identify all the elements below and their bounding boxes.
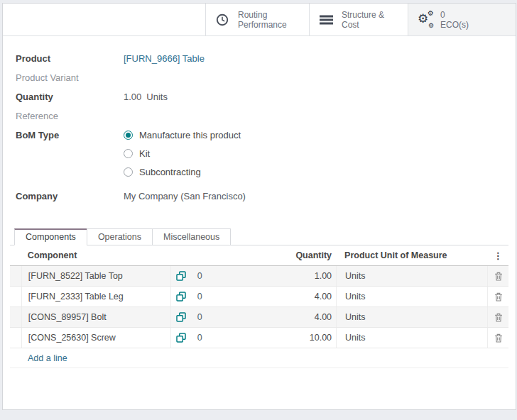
component-cell[interactable]: [FURN_2333] Table Leg (21, 287, 170, 306)
uom-cell[interactable]: Units (336, 328, 487, 348)
tab-components[interactable]: Components (14, 228, 87, 245)
quantity-cell[interactable]: 1.00 (258, 266, 336, 286)
company-value: My Company (San Francisco) (124, 191, 246, 201)
delete-row-icon[interactable] (487, 307, 508, 327)
field-row-quantity: Quantity 1.00Units (16, 92, 516, 105)
routing-performance-button[interactable]: Routing Performance (205, 4, 309, 35)
bom-form: Product [FURN_9666] Table Product Varian… (3, 36, 516, 204)
product-variant-label: Product Variant (16, 72, 124, 83)
stat-button-bar: Routing Performance Structure & Cost ⚙ ⚙ (3, 4, 516, 36)
product-label: Product (16, 53, 124, 64)
quantity-cell[interactable]: 10.00 (258, 328, 336, 348)
copy-icon[interactable] (170, 266, 192, 286)
row-handle[interactable] (10, 307, 21, 327)
quantity-cell[interactable]: 4.00 (258, 307, 336, 327)
bars-icon (320, 15, 335, 25)
table-header-row: Component Quantity Product Unit of Measu… (10, 245, 508, 266)
reference-label: Reference (16, 111, 124, 121)
table-row[interactable]: [FURN_2333] Table Leg 0 4.00 Units (10, 287, 508, 307)
company-label: Company (16, 191, 124, 201)
tab-operations[interactable]: Operations (87, 228, 153, 245)
bom-type-option-manufacture[interactable]: Manufacture this product (124, 130, 241, 140)
badge-count-cell[interactable]: 0 (192, 287, 258, 306)
add-a-line-link[interactable]: Add a line (28, 353, 67, 363)
component-cell[interactable]: [CONS_89957] Bolt (21, 307, 170, 327)
radio-unchecked-icon[interactable] (124, 149, 133, 158)
bom-form-sheet: Routing Performance Structure & Cost ⚙ ⚙ (2, 3, 516, 410)
table-row[interactable]: [CONS_25630] Screw 0 10.00 Units (10, 328, 508, 348)
badge-count-cell[interactable]: 0 (192, 307, 258, 327)
copy-icon[interactable] (170, 287, 192, 306)
uom-cell[interactable]: Units (336, 307, 487, 327)
stat-label-line: Structure & (342, 10, 384, 20)
quantity-unit: Units (146, 92, 168, 102)
quantity-label: Quantity (16, 92, 124, 102)
header-uom[interactable]: Product Unit of Measure (336, 245, 487, 265)
clock-icon (216, 13, 232, 26)
row-handle[interactable] (10, 266, 21, 286)
product-link[interactable]: [FURN_9666] Table (124, 53, 205, 64)
table-row[interactable]: [FURN_8522] Table Top 0 1.00 Units (10, 266, 508, 287)
header-component[interactable]: Component (21, 245, 170, 265)
eco-count-button[interactable]: ⚙ ⚙ ⚙ 0 ECO(s) (408, 4, 516, 35)
uom-cell[interactable]: Units (336, 266, 487, 286)
badge-count-cell[interactable]: 0 (192, 266, 258, 286)
field-row-bom-type: BoM Type Manufacture this product Kit Su… (16, 130, 516, 185)
component-cell[interactable]: [FURN_8522] Table Top (21, 266, 170, 286)
radio-label: Manufacture this product (139, 130, 241, 140)
delete-row-icon[interactable] (487, 328, 508, 348)
field-row-product: Product [FURN_9666] Table (16, 53, 516, 67)
tab-miscellaneous[interactable]: Miscellaneous (152, 228, 231, 245)
radio-checked-icon[interactable] (124, 131, 133, 140)
component-cell[interactable]: [CONS_25630] Screw (21, 328, 170, 348)
copy-icon[interactable] (170, 307, 192, 327)
quantity-value: 1.00 (124, 92, 141, 102)
gears-icon: ⚙ ⚙ ⚙ (418, 11, 434, 29)
eco-count-value: 0 (440, 10, 469, 20)
stat-label-line: Performance (238, 20, 287, 30)
field-row-company: Company My Company (San Francisco) (16, 191, 516, 204)
header-quantity[interactable]: Quantity (258, 245, 336, 265)
column-options-icon[interactable]: ⋮ (494, 250, 503, 261)
components-table: Component Quantity Product Unit of Measu… (10, 245, 508, 368)
add-line-row: Add a line (10, 348, 508, 368)
bom-type-label: BoM Type (16, 130, 124, 140)
badge-count-cell[interactable]: 0 (192, 328, 258, 348)
tab-strip: Components Operations Miscellaneous (10, 228, 508, 245)
stat-label-line: Routing (238, 10, 287, 20)
delete-row-icon[interactable] (487, 266, 508, 286)
eco-count-label: ECO(s) (440, 20, 469, 30)
row-handle[interactable] (10, 287, 21, 306)
field-row-product-variant: Product Variant (16, 72, 516, 86)
stat-label-line: Cost (342, 20, 384, 30)
quantity-cell[interactable]: 4.00 (258, 287, 336, 306)
radio-unchecked-icon[interactable] (124, 167, 133, 177)
copy-icon[interactable] (170, 328, 192, 348)
structure-cost-button[interactable]: Structure & Cost (309, 4, 408, 35)
bom-type-option-kit[interactable]: Kit (124, 148, 241, 159)
row-handle[interactable] (10, 328, 21, 348)
notebook: Components Operations Miscellaneous Comp… (3, 228, 516, 368)
radio-label: Kit (139, 148, 150, 159)
uom-cell[interactable]: Units (336, 287, 487, 306)
radio-label: Subcontracting (139, 167, 201, 177)
delete-row-icon[interactable] (487, 287, 508, 306)
field-row-reference: Reference (16, 111, 516, 124)
table-row[interactable]: [CONS_89957] Bolt 0 4.00 Units (10, 307, 508, 328)
bom-type-option-subcontracting[interactable]: Subcontracting (124, 167, 241, 177)
